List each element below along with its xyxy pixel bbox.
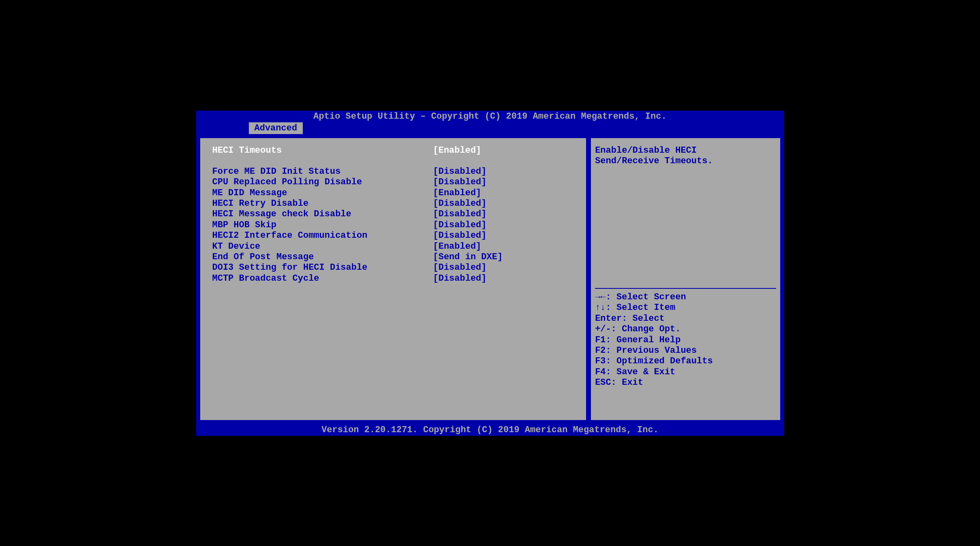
header-title-bar: Aptio Setup Utility – Copyright (C) 2019… [196, 111, 784, 122]
tab-label: Advanced [255, 123, 297, 133]
legend-keys: ↑↓: [595, 303, 611, 313]
legend-line: ↑↓: Select Item [595, 303, 776, 313]
tab-advanced[interactable]: Advanced [249, 122, 303, 134]
setting-row[interactable]: DOI3 Setting for HECI Disable[Disabled] [212, 262, 574, 273]
setting-label: MBP HOB Skip [212, 220, 433, 230]
legend-keys: →←: [595, 292, 611, 302]
footer-text: Version 2.20.1271. Copyright (C) 2019 Am… [321, 425, 659, 435]
legend-action: General Help [611, 335, 681, 345]
bios-setup-screen: Aptio Setup Utility – Copyright (C) 2019… [195, 109, 785, 437]
setting-label: KT Device [212, 241, 433, 252]
legend-line: Enter: Select [595, 314, 776, 324]
setting-value: [Disabled] [433, 262, 487, 273]
legend-keys: +/-: [595, 324, 616, 334]
legend-line: →←: Select Screen [595, 292, 776, 303]
legend-action: Select [627, 314, 664, 324]
legend-keys: ESC: [595, 378, 616, 388]
legend-line: F1: General Help [595, 335, 776, 346]
legend-action: Change Opt. [616, 324, 680, 334]
legend-keys: F1: [595, 335, 611, 345]
legend-line: F4: Save & Exit [595, 367, 776, 378]
setting-label: DOI3 Setting for HECI Disable [212, 262, 433, 273]
setting-label: Force ME DID Init Status [212, 166, 433, 177]
settings-panel[interactable]: HECI Timeouts[Enabled]Force ME DID Init … [199, 137, 587, 421]
legend-action: Previous Values [611, 346, 697, 356]
legend-action: Save & Exit [611, 367, 675, 377]
legend-action: Optimized Defaults [611, 356, 713, 366]
setting-label: End Of Post Message [212, 252, 433, 262]
setting-value: [Enabled] [433, 241, 481, 252]
setting-value: [Disabled] [433, 209, 487, 220]
setting-value: [Disabled] [433, 198, 487, 209]
legend-line: F3: Optimized Defaults [595, 356, 776, 367]
setting-value: [Enabled] [433, 188, 481, 198]
legend-keys: F2: [595, 346, 611, 356]
setting-row[interactable]: HECI Timeouts[Enabled] [212, 145, 574, 156]
setting-row[interactable]: End Of Post Message[Send in DXE] [212, 252, 574, 262]
setting-value: [Disabled] [433, 220, 487, 230]
setting-label: ME DID Message [212, 188, 433, 198]
legend-keys: F3: [595, 356, 611, 366]
setting-row[interactable]: CPU Replaced Polling Disable[Disabled] [212, 177, 574, 188]
setting-label: HECI Timeouts [212, 145, 433, 156]
legend-action: Select Screen [611, 292, 686, 302]
setting-value: [Send in DXE] [433, 252, 503, 262]
setting-row[interactable]: HECI2 Interface Communication[Disabled] [212, 230, 574, 241]
legend-section: →←: Select Screen↑↓: Select ItemEnter: S… [595, 292, 776, 413]
setting-row[interactable]: MCTP Broadcast Cycle[Disabled] [212, 273, 574, 284]
setting-row[interactable]: MBP HOB Skip[Disabled] [212, 220, 574, 230]
setting-row[interactable]: KT Device[Enabled] [212, 241, 574, 252]
setting-label: HECI2 Interface Communication [212, 230, 433, 241]
tab-row: Advanced [196, 122, 784, 134]
setting-label: HECI Message check Disable [212, 209, 433, 220]
help-panel: Enable/Disable HECI Send/Receive Timeout… [590, 137, 781, 421]
setting-row[interactable]: ME DID Message[Enabled] [212, 188, 574, 198]
legend-divider [595, 288, 776, 289]
setting-value: [Disabled] [433, 177, 487, 188]
setting-value: [Disabled] [433, 273, 487, 284]
setting-label: HECI Retry Disable [212, 198, 433, 209]
setting-label: CPU Replaced Polling Disable [212, 177, 433, 188]
setting-row[interactable]: Force ME DID Init Status[Disabled] [212, 166, 574, 177]
header-title: Aptio Setup Utility – Copyright (C) 2019… [313, 111, 666, 122]
help-text: Enable/Disable HECI Send/Receive Timeout… [595, 145, 776, 167]
legend-line: F2: Previous Values [595, 346, 776, 356]
footer-bar: Version 2.20.1271. Copyright (C) 2019 Am… [196, 424, 784, 436]
legend-action: Exit [616, 378, 643, 388]
legend-line: +/-: Change Opt. [595, 324, 776, 335]
setting-label: MCTP Broadcast Cycle [212, 273, 433, 284]
setting-row[interactable]: HECI Message check Disable[Disabled] [212, 209, 574, 220]
legend-keys: Enter: [595, 314, 627, 324]
legend-keys: F4: [595, 367, 611, 377]
help-section: Enable/Disable HECI Send/Receive Timeout… [595, 145, 776, 285]
setting-value: [Disabled] [433, 230, 487, 241]
setting-value: [Enabled] [433, 145, 481, 156]
content-area: HECI Timeouts[Enabled]Force ME DID Init … [196, 134, 784, 424]
setting-row[interactable]: HECI Retry Disable[Disabled] [212, 198, 574, 209]
blank-row [212, 156, 574, 166]
legend-action: Select Item [611, 303, 675, 313]
setting-value: [Disabled] [433, 166, 487, 177]
legend-line: ESC: Exit [595, 378, 776, 388]
